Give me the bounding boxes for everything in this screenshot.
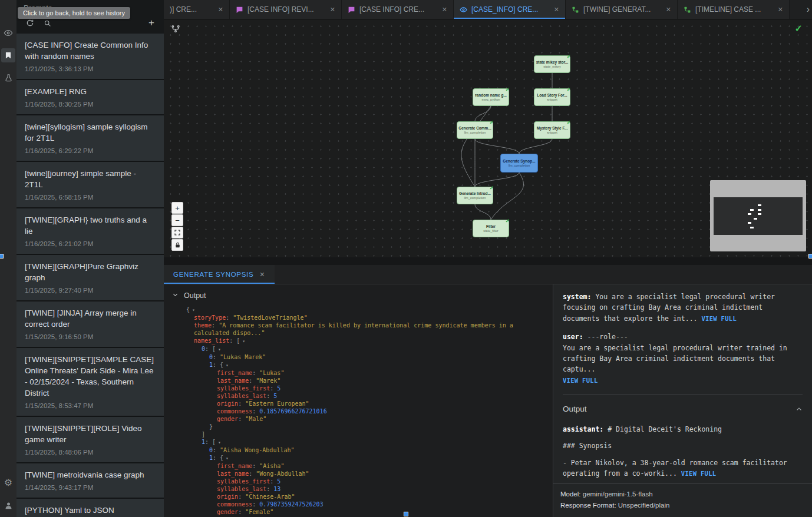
prompt-list-item[interactable]: [TWINE] metroidvania case graph1/14/2025…	[16, 463, 164, 498]
output-section-label: Output	[563, 403, 587, 416]
prompt-list-item[interactable]: [twine][syllogism] sample syllogism for …	[16, 115, 164, 161]
node-subtitle: llm_completion	[464, 196, 486, 200]
zoom-in-button[interactable]: +	[171, 202, 183, 214]
collapse-arrow-icon[interactable]: ▾	[223, 456, 229, 461]
collapse-arrow-icon[interactable]: ▾	[190, 307, 195, 313]
close-icon[interactable]: ✕	[666, 6, 671, 14]
prompt-timestamp: 1/14/2025, 9:43:17 PM	[25, 484, 156, 491]
collapse-arrow-icon[interactable]: ▾	[216, 440, 221, 445]
add-prompt-button[interactable]: +	[148, 17, 154, 29]
view-full-link[interactable]: VIEW FULL	[681, 470, 717, 477]
assistant-label: assistant:	[563, 425, 603, 433]
collapse-arrow-icon[interactable]: ▾	[223, 363, 229, 368]
prompt-title: [CASE INFO] Create Common Info with rand…	[25, 39, 156, 62]
minimap[interactable]	[710, 180, 806, 251]
editor-tab[interactable]: [TWINE] GENERAT...✕	[566, 0, 678, 19]
output-collapse-header[interactable]: Output	[171, 289, 553, 306]
json-tree-line: 0: "Lukas Marek"	[171, 353, 553, 361]
prompt-title: [EXAMPLE] RNG	[25, 86, 156, 97]
node-success-check-icon: ✓	[566, 120, 571, 125]
close-icon[interactable]: ✕	[218, 6, 223, 14]
system-label: system:	[563, 293, 591, 301]
close-icon[interactable]: ✕	[330, 6, 335, 14]
person-icon[interactable]	[1, 498, 15, 512]
selection-handle-bottom[interactable]	[404, 512, 408, 516]
tabs-overflow-chevron-icon[interactable]: ›	[807, 0, 810, 19]
graph-canvas[interactable]: ✓ +− state mikey stor...state_mikey✓rand…	[164, 19, 812, 257]
close-icon[interactable]: ✕	[554, 6, 559, 14]
search-icon[interactable]	[44, 19, 51, 27]
prompt-list-item[interactable]: [TWINE][GRAPH} two truths and a lie1/16/…	[16, 208, 164, 254]
node-subtitle: state_filter	[483, 229, 498, 233]
json-tree-line: syllables_first: 5	[171, 385, 553, 392]
bookmark-icon[interactable]	[1, 48, 15, 62]
bottom-panel: GENERATE SYNOPSIS ✕ Output {▾storyType: …	[164, 265, 812, 517]
graph-node[interactable]: Load Story For...snippet✓	[534, 88, 570, 106]
prompt-list-item[interactable]: [TWINE][SNIPPET][ROLE] Video game writer…	[16, 417, 164, 462]
editor-tab[interactable]: )] CRE...✕	[164, 0, 230, 19]
editor-tab[interactable]: [CASE INFO] REVI...✕	[230, 0, 342, 19]
prompt-timestamp: 1/16/2025, 6:58:15 PM	[25, 194, 156, 201]
prompt-timestamp: 1/16/2025, 8:30:25 PM	[25, 101, 156, 108]
prompt-title: [TWINE] [JINJA] Array merge in correct o…	[25, 307, 156, 330]
editor-tab[interactable]: [CASE_INFO] CRE...✕	[454, 0, 566, 19]
prompt-list-item[interactable]: [CASE INFO] Create Common Info with rand…	[16, 34, 164, 79]
gear-icon[interactable]: ⚙	[1, 476, 15, 490]
selection-handle-right[interactable]	[808, 254, 812, 258]
prompt-title: [twine][journey] simple sample - 2T1L	[25, 168, 156, 190]
prompt-list-item[interactable]: [PYTHON] Yaml to JSON	[16, 499, 164, 517]
graph-node[interactable]: Generate Comm...llm_completion✓	[457, 121, 493, 139]
close-icon[interactable]: ✕	[442, 6, 447, 14]
graph-node[interactable]: Mystery Style F...snippet✓	[534, 121, 570, 139]
panel-resize-gutter[interactable]	[164, 257, 812, 265]
json-tree: {▾storyType: "TwistedLoveTriangle"theme:…	[171, 306, 553, 517]
prompt-list-item[interactable]: [EXAMPLE] RNG1/16/2025, 8:30:25 PM	[16, 80, 164, 114]
prompt-title: [twine][syllogism] sample syllogism for …	[25, 121, 156, 144]
prompt-list-item[interactable]: [twine][journey] simple sample - 2T1L1/1…	[16, 162, 164, 207]
graph-node[interactable]: random name g...exec_python✓	[473, 88, 509, 106]
panel-tab-generate-synopsis[interactable]: GENERATE SYNOPSIS ✕	[164, 265, 275, 284]
node-title: Generate Synop...	[503, 159, 535, 163]
zoom-controls: +−	[171, 202, 183, 251]
graph-node[interactable]: Filterstate_filter✓	[473, 220, 509, 237]
flask-icon[interactable]	[1, 71, 15, 85]
selection-handle-left[interactable]	[0, 254, 4, 258]
graph-node[interactable]: Generate Introd...llm_completion✓	[457, 187, 493, 204]
node-title: Mystery Style F...	[537, 126, 567, 130]
minimap-viewport[interactable]	[714, 197, 803, 235]
prompt-list-item[interactable]: [TWINE] [JINJA] Array merge in correct o…	[16, 301, 164, 347]
json-tree-line: 0: "Aisha Wong-Abdullah"	[171, 446, 553, 454]
auto-layout-icon[interactable]	[171, 24, 180, 36]
chevron-up-icon[interactable]	[796, 406, 803, 413]
workflow-complete-check-icon: ✓	[795, 23, 803, 34]
view-full-link[interactable]: VIEW FULL	[563, 377, 598, 384]
refresh-icon[interactable]	[26, 19, 34, 27]
zoom-out-button[interactable]: −	[171, 214, 183, 226]
assistant-message: assistant: # Digital Deceit's Reckoning …	[563, 424, 803, 479]
prompt-timestamp: 1/15/2025, 8:48:06 PM	[25, 449, 156, 456]
editor-tab[interactable]: [CASE INFO] CRE...✕	[342, 0, 454, 19]
lock-button[interactable]	[171, 239, 183, 251]
user-label: user:	[563, 333, 583, 341]
view-full-link[interactable]: VIEW FULL	[701, 315, 737, 322]
prompt-list-item[interactable]: [TWINE][SNIPPET][SAMPLE CASE] Online Thr…	[16, 348, 164, 416]
minimap-node-dot	[758, 213, 761, 215]
fit-view-button[interactable]	[171, 227, 183, 238]
panel-tab-label: GENERATE SYNOPSIS	[173, 271, 253, 278]
prompt-list-item[interactable]: [TWINE][GRAPH]Pure Graphviz graph1/15/20…	[16, 255, 164, 300]
tab-label: [TIMELINE] CASE ...	[695, 5, 774, 14]
messages-scroll[interactable]: system: You are a specialist legal proce…	[553, 284, 812, 483]
json-tree-line: commonness: 0.7987359247526203	[171, 501, 553, 508]
panel-tab-bar: GENERATE SYNOPSIS ✕	[164, 265, 812, 284]
collapse-arrow-icon[interactable]: ▾	[216, 347, 221, 352]
close-icon[interactable]: ✕	[778, 6, 783, 14]
eye-icon[interactable]	[1, 26, 15, 40]
json-tree-line: gender: "Female"	[171, 508, 553, 516]
graph-node[interactable]: Generate Synop...llm_completion	[500, 154, 538, 173]
collapse-arrow-icon[interactable]: ▾	[240, 339, 245, 344]
editor-tab[interactable]: [TIMELINE] CASE ...✕	[678, 0, 790, 19]
close-icon[interactable]: ✕	[259, 271, 265, 279]
graph-node[interactable]: state mikey stor...state_mikey✓	[534, 55, 570, 73]
node-title: Generate Comm...	[458, 126, 491, 130]
system-message: system: You are a specialist legal proce…	[563, 291, 803, 324]
